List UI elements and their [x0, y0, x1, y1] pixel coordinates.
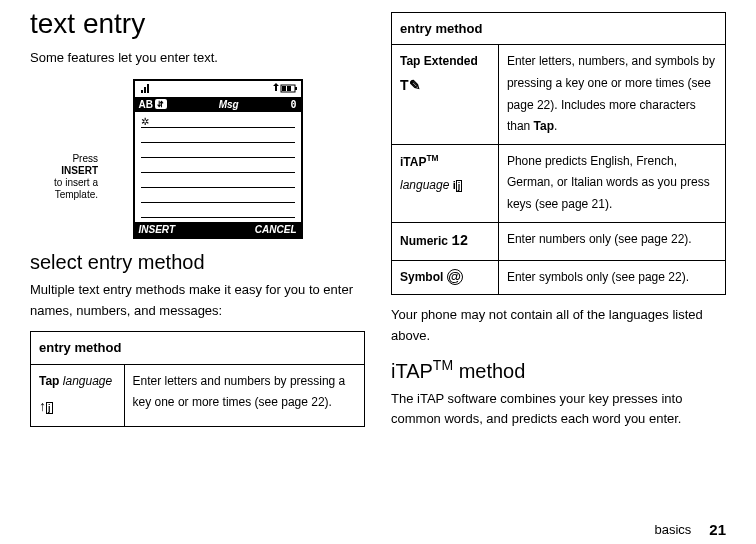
svg-rect-1 [144, 87, 146, 93]
text-line [141, 143, 295, 158]
numeric-icon: 12 [451, 233, 468, 249]
select-method-text: Multiple text entry methods make it easy… [30, 280, 365, 322]
text-line [141, 188, 295, 203]
svg-rect-4 [295, 87, 297, 90]
phone-mode: AB ⇵ [139, 99, 167, 110]
signal-icon [139, 83, 153, 95]
svg-rect-2 [147, 84, 149, 93]
method-itap-desc: Phone predicts English, French, German, … [498, 144, 725, 222]
tap-icon: ↑j [39, 394, 116, 419]
text-line [141, 128, 295, 143]
battery-icon [273, 83, 297, 95]
table-row: Symbol @ Enter symbols only (see page 22… [392, 260, 726, 295]
method-tap-extended-desc: Enter letters, numbers, and symbols by p… [498, 45, 725, 144]
method-symbol: Symbol @ [400, 267, 490, 289]
svg-rect-6 [287, 86, 291, 91]
table-row: Numeric 12 Enter numbers only (see page … [392, 222, 726, 260]
method-tap-extended: Tap Extended T✎ [400, 51, 490, 98]
callout-line: Press [48, 153, 98, 165]
svg-rect-0 [141, 90, 143, 93]
phone-status-bar [135, 81, 301, 97]
text-cursor: ✲ [135, 112, 301, 127]
table-row: Tap Extended T✎ Enter letters, numbers, … [392, 45, 726, 144]
entry-method-table-left: entry method Tap language ↑j Enter lette… [30, 331, 365, 426]
phone-screen: AB ⇵ Msg 0 ✲ INSERT CANCEL [133, 79, 303, 239]
symbol-icon: @ [447, 269, 463, 285]
table-row: iTAPTM language ij Phone predicts Englis… [392, 144, 726, 222]
method-numeric-desc: Enter numbers only (see page 22). [498, 222, 725, 260]
phone-top-bar: AB ⇵ Msg 0 [135, 97, 301, 112]
heading-select-method: select entry method [30, 251, 365, 274]
entry-method-table-right: entry method Tap Extended T✎ Enter lette… [391, 12, 726, 295]
left-column: text entry Some features let you enter t… [30, 8, 365, 440]
page-number: 21 [709, 521, 726, 538]
table-row: Tap language ↑j Enter letters and number… [31, 364, 365, 426]
itap-icon: ij [453, 179, 463, 191]
table-header: entry method [392, 13, 726, 45]
method-tap: Tap language ↑j [39, 371, 116, 420]
itap-method-text: The iTAP software combines your key pres… [391, 389, 726, 431]
phone-count: 0 [290, 99, 296, 110]
heading-itap-method: iTAPTM method [391, 357, 726, 383]
page-footer: basics 21 [654, 521, 726, 538]
text-line [141, 173, 295, 188]
mode-icon: ⇵ [155, 99, 167, 109]
method-tap-desc: Enter letters and numbers by pressing a … [124, 364, 364, 426]
table-header: entry method [31, 332, 365, 364]
phone-softkeys: INSERT CANCEL [135, 222, 301, 237]
right-column: entry method Tap Extended T✎ Enter lette… [391, 8, 726, 440]
callout-bold: INSERT [48, 165, 98, 177]
svg-rect-5 [282, 86, 286, 91]
heading-text-entry: text entry [30, 8, 365, 40]
callout-line: Template. [48, 189, 98, 201]
callout-line: to insert a [48, 177, 98, 189]
section-label: basics [654, 522, 691, 537]
text-lines [135, 127, 301, 222]
method-itap: iTAPTM language ij [400, 151, 490, 197]
two-column-layout: text entry Some features let you enter t… [30, 8, 726, 440]
phone-callout: Press INSERT to insert a Template. [48, 153, 98, 201]
method-numeric: Numeric 12 [400, 229, 490, 254]
text-line [141, 203, 295, 218]
phone-illustration: Press INSERT to insert a Template. AB ⇵ … [30, 79, 365, 239]
phone-title: Msg [167, 99, 291, 110]
text-line [141, 158, 295, 173]
intro-text: Some features let you enter text. [30, 48, 365, 69]
softkey-cancel: CANCEL [255, 224, 297, 235]
method-symbol-desc: Enter symbols only (see page 22). [498, 260, 725, 295]
softkey-insert: INSERT [139, 224, 176, 235]
language-note: Your phone may not contain all of the la… [391, 305, 726, 347]
